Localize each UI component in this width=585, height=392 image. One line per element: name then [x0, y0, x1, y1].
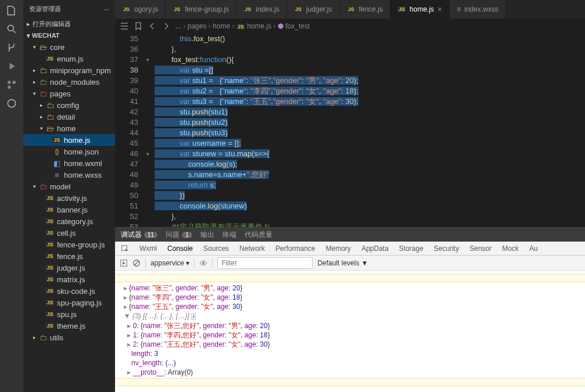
- console-output[interactable]: ▸ {name: "张三", gender: "男", age: 20} ▸ {…: [115, 271, 585, 392]
- file-tree: ▾🗁coreJSenum.js▸🗀miniprogram_npm▸🗀node_m…: [23, 41, 115, 392]
- activity-bar: [0, 0, 23, 392]
- filter-input[interactable]: [217, 257, 313, 269]
- debug-icon[interactable]: [6, 60, 17, 72]
- svg-rect-6: [8, 86, 10, 89]
- tree-item[interactable]: JSspu-paging.js: [23, 297, 115, 308]
- tree-item[interactable]: JStheme.js: [23, 320, 115, 332]
- tree-item[interactable]: JSfence.js: [23, 250, 115, 262]
- console-row[interactable]: ▸ {name: "李四", gender: "女", age: 18}: [120, 293, 580, 302]
- tree-item[interactable]: ≡home.wxss: [23, 169, 115, 181]
- close-icon[interactable]: ×: [437, 5, 442, 14]
- tree-item[interactable]: JScell.js: [23, 227, 115, 239]
- search-icon[interactable]: [6, 23, 17, 35]
- tree-item[interactable]: JSjudger.js: [23, 262, 115, 274]
- eye-icon[interactable]: [199, 259, 207, 267]
- play-icon[interactable]: [120, 259, 128, 267]
- tree-item[interactable]: ▸🗀detail: [23, 111, 115, 123]
- tree-item[interactable]: ▾🗀model: [23, 181, 115, 192]
- devtools-subtab[interactable]: Storage: [399, 244, 424, 253]
- console-row[interactable]: ▸ 2: {name: "王五,您好", gender: "女", age: 3…: [120, 340, 580, 349]
- code-editor[interactable]: 3536373839404142434445464748495051525354…: [115, 34, 585, 227]
- editor-tab[interactable]: JSfence.js: [340, 0, 390, 19]
- nav-forward-icon[interactable]: [161, 21, 171, 31]
- open-editors-section[interactable]: ▸打开的编辑器: [23, 18, 115, 30]
- editor-tab[interactable]: JSindex.js: [236, 0, 287, 19]
- sidebar: 资源管理器 ··· ▸打开的编辑器 ▾ WECHAT ▾🗁coreJSenum.…: [23, 0, 115, 392]
- tree-item[interactable]: JSspu.js: [23, 308, 115, 320]
- svg-point-2: [8, 49, 10, 51]
- tree-item[interactable]: JSmatrix.js: [23, 274, 115, 285]
- devtools-subtab[interactable]: Wxml: [139, 244, 157, 253]
- svg-rect-5: [13, 81, 16, 84]
- devtools-tab[interactable]: 调试器 11: [121, 230, 157, 240]
- files-icon[interactable]: [6, 5, 17, 16]
- svg-rect-4: [8, 81, 10, 84]
- devtools-subtab[interactable]: Sources: [203, 244, 229, 253]
- svg-point-3: [13, 44, 15, 45]
- devtools-top-tabs: 调试器 11问题 1输出终端代码质量: [115, 228, 585, 242]
- context-dropdown[interactable]: appservice ▾: [150, 259, 189, 267]
- tree-item[interactable]: ▾🗀pages: [23, 88, 115, 99]
- editor-tab[interactable]: JSjudger.js: [287, 0, 340, 19]
- console-row[interactable]: ▸ __proto__: Array(0): [120, 368, 580, 377]
- tree-item[interactable]: ▸🗀utils: [23, 332, 115, 343]
- console-row[interactable]: ▼ (3) [{…}, {…}, {…}] i: [120, 311, 580, 321]
- devtools-subtab[interactable]: Au: [529, 244, 538, 253]
- devtools-tab[interactable]: 终端: [222, 230, 236, 240]
- devtools-subtab[interactable]: Network: [239, 244, 265, 253]
- tree-item[interactable]: JScategory.js: [23, 215, 115, 227]
- devtools-sub-tabs: WxmlConsoleSourcesNetworkPerformanceMemo…: [115, 242, 585, 256]
- more-icon[interactable]: ···: [104, 6, 109, 13]
- devtools-subtab[interactable]: Security: [434, 244, 459, 253]
- devtools-subtab[interactable]: Console: [167, 244, 193, 253]
- devtools-subtab[interactable]: Sensor: [469, 244, 491, 253]
- nav-back-icon[interactable]: [148, 21, 157, 31]
- levels-dropdown[interactable]: Default levels ▼: [317, 259, 368, 267]
- inspect-icon[interactable]: [121, 244, 129, 253]
- devtools-tab[interactable]: 代码质量: [245, 230, 272, 240]
- tree-item[interactable]: ◧home.wxml: [23, 157, 115, 169]
- tree-item[interactable]: JSactivity.js: [23, 192, 115, 204]
- editor-tab[interactable]: JSogory.js: [115, 0, 166, 19]
- editor-tab[interactable]: JSfence-group.js: [166, 0, 236, 19]
- workspace-section[interactable]: ▾ WECHAT: [23, 30, 115, 41]
- branch-icon[interactable]: [6, 42, 17, 53]
- tree-item[interactable]: JShome.js: [23, 134, 115, 146]
- editor-tab[interactable]: JShome.js×: [390, 0, 450, 19]
- svg-point-1: [8, 44, 10, 45]
- devtools-subtab[interactable]: Performance: [275, 244, 315, 253]
- console-row[interactable]: ▸ 0: {name: "张三,您好", gender: "男", age: 2…: [120, 321, 580, 330]
- devtools-tab[interactable]: 输出: [200, 230, 214, 240]
- plugin-icon[interactable]: [6, 98, 17, 109]
- tree-item[interactable]: ▾🗁core: [23, 41, 115, 53]
- bookmark-icon[interactable]: [134, 21, 143, 31]
- console-row[interactable]: nv_length: (...): [120, 358, 580, 368]
- tree-item[interactable]: ▸🗀miniprogram_npm: [23, 64, 115, 76]
- tree-item[interactable]: JSsku-code.js: [23, 285, 115, 297]
- breadcrumb-bar: ... › pages › home › JS home.js › ⬢ fox_…: [115, 19, 585, 34]
- explorer-title: 资源管理器 ···: [23, 0, 115, 18]
- editor-tab[interactable]: ≡index.wxss: [450, 0, 506, 19]
- devtools-subtab[interactable]: Mock: [502, 244, 519, 253]
- tree-item[interactable]: JSfence-group.js: [23, 239, 115, 250]
- svg-point-12: [203, 262, 205, 264]
- breadcrumb[interactable]: ... › pages › home › JS home.js › ⬢ fox_…: [175, 22, 310, 30]
- devtools-subtab[interactable]: AppData: [361, 244, 389, 253]
- devtools-subtab[interactable]: Memory: [326, 244, 351, 253]
- list-icon[interactable]: [120, 21, 129, 31]
- extensions-icon[interactable]: [6, 79, 17, 91]
- svg-point-7: [8, 99, 15, 107]
- tree-item[interactable]: ▾🗁home: [23, 123, 115, 134]
- clear-icon[interactable]: [132, 259, 141, 267]
- console-row[interactable]: ▸ {name: "王五", gender: "女", age: 30}: [120, 302, 580, 311]
- tree-item[interactable]: JSenum.js: [23, 53, 115, 64]
- tree-item[interactable]: ▸🗀node_modules: [23, 76, 115, 88]
- tree-item[interactable]: {}home.json: [23, 146, 115, 157]
- console-row[interactable]: ▸ {name: "张三", gender: "男", age: 20}: [120, 283, 580, 293]
- tree-item[interactable]: JSbanner.js: [23, 204, 115, 215]
- console-row[interactable]: ▸ 1: {name: "李四,您好", gender: "女", age: 1…: [120, 330, 580, 340]
- devtools-tab[interactable]: 问题 1: [166, 230, 192, 240]
- console-row[interactable]: length: 3: [120, 349, 580, 358]
- explorer-label: 资源管理器: [29, 5, 61, 13]
- tree-item[interactable]: ▸🗀comfig: [23, 99, 115, 111]
